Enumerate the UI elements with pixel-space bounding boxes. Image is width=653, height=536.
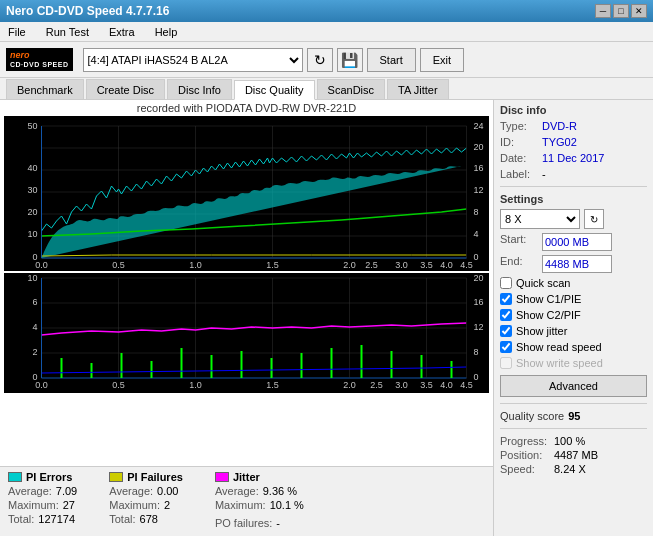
po-failures-label: PO failures:: [215, 517, 272, 529]
svg-text:1.0: 1.0: [189, 260, 202, 270]
svg-text:40: 40: [27, 163, 37, 173]
pi-failures-total-row: Total: 678: [109, 513, 183, 525]
disc-type-row: Type: DVD-R: [500, 120, 647, 132]
svg-text:16: 16: [474, 297, 484, 307]
advanced-button[interactable]: Advanced: [500, 375, 647, 397]
minimize-button[interactable]: ─: [595, 4, 611, 18]
pi-errors-label: PI Errors: [26, 471, 72, 483]
svg-text:12: 12: [474, 185, 484, 195]
show-c1-label: Show C1/PIE: [516, 293, 581, 305]
disc-id-value: TYG02: [542, 136, 577, 148]
show-c2-checkbox[interactable]: [500, 309, 512, 321]
start-button[interactable]: Start: [367, 48, 416, 72]
svg-text:16: 16: [474, 163, 484, 173]
svg-text:2.5: 2.5: [370, 380, 383, 390]
jitter-max-row: Maximum: 10.1 %: [215, 499, 304, 511]
show-c1-checkbox[interactable]: [500, 293, 512, 305]
svg-text:12: 12: [474, 322, 484, 332]
stats-footer: PI Errors Average: 7.09 Maximum: 27 Tota…: [0, 466, 493, 536]
disc-label-label: Label:: [500, 168, 538, 180]
tab-ta-jitter[interactable]: TA Jitter: [387, 79, 449, 99]
show-read-speed-checkbox[interactable]: [500, 341, 512, 353]
svg-text:2.0: 2.0: [343, 260, 356, 270]
chart-title: recorded with PIODATA DVD-RW DVR-221D: [4, 102, 489, 114]
tab-disc-quality[interactable]: Disc Quality: [234, 80, 315, 100]
speed-row-progress: Speed: 8.24 X: [500, 463, 647, 475]
chart2-container: 0 2 4 6 10 0 8 12 16 20 0.0 0.5 1.0 1.5: [4, 273, 489, 393]
tab-disc-info[interactable]: Disc Info: [167, 79, 232, 99]
show-write-speed-label: Show write speed: [516, 357, 603, 369]
speed-icon-btn[interactable]: ↻: [584, 209, 604, 229]
pi-failures-label: PI Failures: [127, 471, 183, 483]
checkbox-show-jitter[interactable]: Show jitter: [500, 325, 647, 337]
svg-text:24: 24: [474, 121, 484, 131]
menu-bar: File Run Test Extra Help: [0, 22, 653, 42]
speed-value: 8.24 X: [554, 463, 586, 475]
jitter-color: [215, 472, 229, 482]
pi-errors-average-row: Average: 7.09: [8, 485, 77, 497]
divider3: [500, 428, 647, 429]
pi-failures-max-row: Maximum: 2: [109, 499, 183, 511]
speed-label: Speed:: [500, 463, 550, 475]
checkbox-show-read-speed[interactable]: Show read speed: [500, 341, 647, 353]
show-c2-label: Show C2/PIF: [516, 309, 581, 321]
position-label: Position:: [500, 449, 550, 461]
quality-score-label: Quality score: [500, 410, 564, 422]
tab-benchmark[interactable]: Benchmark: [6, 79, 84, 99]
svg-text:20: 20: [27, 207, 37, 217]
stat-group-jitter: Jitter Average: 9.36 % Maximum: 10.1 % P…: [215, 471, 304, 529]
svg-text:4.5: 4.5: [460, 380, 473, 390]
svg-text:1.0: 1.0: [189, 380, 202, 390]
jitter-header: Jitter: [215, 471, 304, 483]
nero-logo: nero CD·DVD SPEED: [6, 48, 73, 71]
show-jitter-checkbox[interactable]: [500, 325, 512, 337]
settings-title: Settings: [500, 193, 647, 205]
svg-text:20: 20: [474, 273, 484, 283]
checkbox-quick-scan[interactable]: Quick scan: [500, 277, 647, 289]
disc-date-label: Date:: [500, 152, 538, 164]
pi-errors-color: [8, 472, 22, 482]
position-row: Position: 4487 MB: [500, 449, 647, 461]
end-mb-input[interactable]: [542, 255, 612, 273]
svg-text:50: 50: [27, 121, 37, 131]
disc-type-value: DVD-R: [542, 120, 577, 132]
svg-text:3.5: 3.5: [420, 260, 433, 270]
save-icon-button[interactable]: 💾: [337, 48, 363, 72]
progress-label: Progress:: [500, 435, 550, 447]
svg-text:1.5: 1.5: [266, 260, 279, 270]
checkbox-show-c2[interactable]: Show C2/PIF: [500, 309, 647, 321]
svg-text:3.0: 3.0: [395, 380, 408, 390]
svg-text:0.0: 0.0: [35, 380, 48, 390]
pi-errors-max-value: 27: [63, 499, 75, 511]
tab-scan-disc[interactable]: ScanDisc: [317, 79, 385, 99]
maximize-button[interactable]: □: [613, 4, 629, 18]
svg-text:4.0: 4.0: [440, 380, 453, 390]
show-write-speed-checkbox: [500, 357, 512, 369]
progress-value: 100 %: [554, 435, 585, 447]
checkbox-show-c1[interactable]: Show C1/PIE: [500, 293, 647, 305]
menu-extra[interactable]: Extra: [105, 24, 139, 40]
chart-and-stats-wrapper: recorded with PIODATA DVD-RW DVR-221D: [0, 100, 493, 536]
menu-file[interactable]: File: [4, 24, 30, 40]
refresh-icon-button[interactable]: ↻: [307, 48, 333, 72]
menu-run-test[interactable]: Run Test: [42, 24, 93, 40]
tab-create-disc[interactable]: Create Disc: [86, 79, 165, 99]
speed-select[interactable]: Max2 X4 X8 X12 X16 X: [500, 209, 580, 229]
chart1-svg: 0 10 20 30 40 50 0 4 8 12 16 20 24 0.0: [4, 116, 489, 271]
drive-select[interactable]: [4:4] ATAPI iHAS524 B AL2A: [83, 48, 303, 72]
chart1-container: 0 10 20 30 40 50 0 4 8 12 16 20 24 0.0: [4, 116, 489, 271]
quick-scan-checkbox[interactable]: [500, 277, 512, 289]
main-content: recorded with PIODATA DVD-RW DVR-221D: [0, 100, 653, 536]
exit-button[interactable]: Exit: [420, 48, 464, 72]
start-mb-row: Start:: [500, 233, 647, 251]
disc-type-label: Type:: [500, 120, 538, 132]
jitter-label: Jitter: [233, 471, 260, 483]
menu-help[interactable]: Help: [151, 24, 182, 40]
close-button[interactable]: ✕: [631, 4, 647, 18]
show-jitter-label: Show jitter: [516, 325, 567, 337]
title-bar-buttons: ─ □ ✕: [595, 4, 647, 18]
start-mb-input[interactable]: [542, 233, 612, 251]
position-value: 4487 MB: [554, 449, 598, 461]
progress-section: Progress: 100 % Position: 4487 MB Speed:…: [500, 435, 647, 475]
svg-text:6: 6: [32, 297, 37, 307]
